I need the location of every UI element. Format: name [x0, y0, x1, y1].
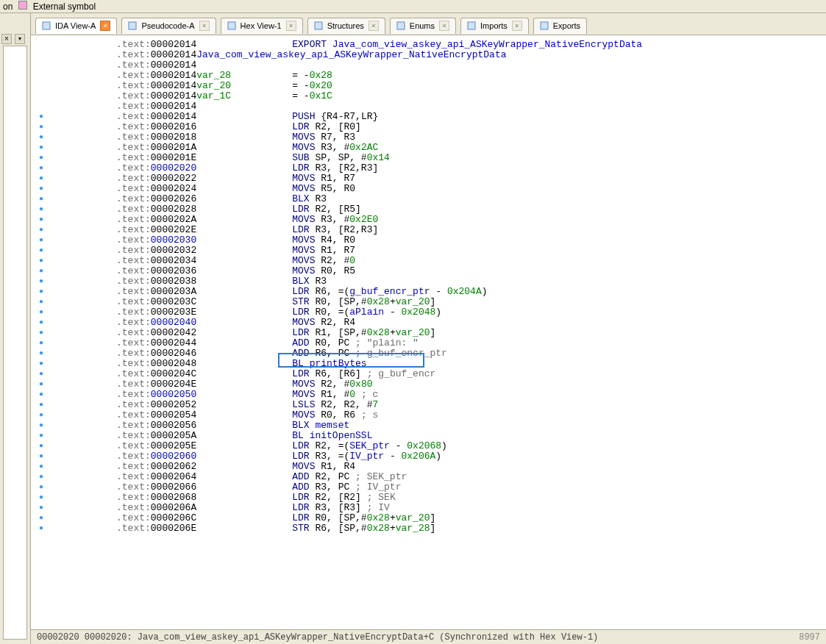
address[interactable]: 00002028 — [151, 204, 196, 215]
sidebar-panel[interactable] — [3, 46, 27, 640]
breakpoint-gutter[interactable]: ● — [35, 266, 47, 276]
tab-close-button[interactable]: × — [369, 21, 379, 31]
breakpoint-gutter[interactable]: ● — [35, 503, 47, 513]
address[interactable]: 00002048 — [151, 359, 196, 369]
address[interactable]: 00002020 — [151, 163, 196, 173]
address[interactable]: 00002056 — [151, 421, 196, 431]
address[interactable]: 00002038 — [151, 276, 196, 287]
address[interactable]: 0000201E — [151, 153, 196, 163]
address[interactable]: 00002046 — [151, 348, 196, 359]
tab-pseudocode-a[interactable]: Pseudocode-A× — [121, 18, 216, 34]
breakpoint-gutter[interactable]: ● — [35, 287, 47, 297]
breakpoint-gutter[interactable]: ● — [35, 493, 47, 503]
address[interactable]: 0000203C — [151, 297, 196, 307]
breakpoint-gutter[interactable]: ● — [35, 369, 47, 379]
address[interactable]: 0000206E — [151, 523, 196, 534]
breakpoint-gutter[interactable]: ● — [35, 184, 47, 194]
breakpoint-gutter[interactable]: ● — [35, 318, 47, 328]
address[interactable]: 00002030 — [151, 235, 196, 246]
address[interactable]: 00002014 — [151, 91, 196, 101]
breakpoint-gutter[interactable]: ● — [35, 256, 47, 266]
asm-line[interactable]: ●.text:00002026 BLX R3 — [35, 194, 826, 204]
asm-line[interactable]: ●.text:0000201E SUB SP, SP, #0x14 — [35, 153, 826, 163]
breakpoint-gutter[interactable]: ● — [35, 513, 47, 523]
asm-line[interactable]: ●.text:0000205A BL initOpenSSL — [35, 431, 826, 441]
breakpoint-gutter[interactable]: ● — [35, 421, 47, 431]
address[interactable]: 00002060 — [151, 451, 196, 462]
address[interactable]: 0000205A — [151, 431, 196, 441]
asm-line[interactable]: ●.text:0000206A LDR R3, [R3] ; IV — [35, 503, 826, 513]
asm-line[interactable]: ●.text:00002066 ADD R3, PC ; IV_ptr — [35, 482, 826, 493]
sidebar-dropdown-button[interactable]: ▾ — [15, 34, 25, 44]
breakpoint-gutter[interactable]: ● — [35, 441, 47, 451]
address[interactable]: 00002018 — [151, 132, 196, 143]
asm-line[interactable]: ●.text:0000202E LDR R3, [R2,R3] — [35, 225, 826, 235]
asm-line[interactable]: ●.text:00002024 MOVS R5, R0 — [35, 184, 826, 194]
asm-line[interactable]: ●.text:0000203C STR R0, [SP,#0x28+var_20… — [35, 297, 826, 307]
asm-line[interactable]: .text:00002014 var_28= -0x28 — [35, 71, 826, 81]
address[interactable]: 00002014 — [151, 81, 196, 91]
address[interactable]: 00002036 — [151, 266, 196, 276]
asm-line[interactable]: ●.text:00002030 MOVS R4, R0 — [35, 235, 826, 246]
asm-line[interactable]: ●.text:00002042 LDR R1, [SP,#0x28+var_20… — [35, 328, 826, 338]
asm-line[interactable]: ●.text:00002054 MOVS R0, R6 ; s — [35, 410, 826, 421]
asm-line[interactable]: ●.text:00002038 BLX R3 — [35, 276, 826, 287]
asm-line[interactable]: ●.text:0000203A LDR R6, =(g_buf_encr_ptr… — [35, 287, 826, 297]
breakpoint-gutter[interactable]: ● — [35, 246, 47, 256]
asm-line[interactable]: ●.text:0000201A MOVS R3, #0x2AC — [35, 143, 826, 153]
asm-line[interactable]: ●.text:0000204C LDR R6, [R6] ; g_buf_enc… — [35, 369, 826, 379]
asm-line[interactable]: ●.text:00002034 MOVS R2, #0 — [35, 256, 826, 266]
breakpoint-gutter[interactable]: ● — [35, 359, 47, 369]
address[interactable]: 0000203E — [151, 307, 196, 318]
tab-imports[interactable]: Imports× — [460, 18, 529, 34]
address[interactable]: 00002022 — [151, 173, 196, 184]
address[interactable]: 00002068 — [151, 493, 196, 503]
tab-ida-view-a[interactable]: IDA View-A× — [35, 18, 117, 34]
breakpoint-gutter[interactable]: ● — [35, 307, 47, 318]
breakpoint-gutter[interactable]: ● — [35, 390, 47, 400]
address[interactable]: 00002014 — [151, 60, 196, 71]
address[interactable]: 00002052 — [151, 400, 196, 410]
asm-line[interactable]: .text:00002014 Java_com_view_askey_api_A… — [35, 50, 826, 60]
breakpoint-gutter[interactable]: ● — [35, 410, 47, 421]
asm-line[interactable]: ●.text:0000206C LDR R0, [SP,#0x28+var_20… — [35, 513, 826, 523]
asm-line[interactable]: ●.text:0000206E STR R6, [SP,#0x28+var_28… — [35, 523, 826, 534]
address[interactable]: 00002064 — [151, 472, 196, 482]
asm-line[interactable]: ●.text:00002060 LDR R3, =(IV_ptr - 0x206… — [35, 451, 826, 462]
address[interactable]: 00002014 — [151, 101, 196, 112]
address[interactable]: 00002050 — [151, 390, 196, 400]
address[interactable]: 00002014 — [151, 40, 196, 50]
asm-line[interactable]: .text:00002014 — [35, 60, 826, 71]
address[interactable]: 0000204E — [151, 379, 196, 390]
breakpoint-gutter[interactable]: ● — [35, 462, 47, 472]
asm-line[interactable]: .text:00002014 EXPORT Java_com_view_aske… — [35, 40, 826, 50]
address[interactable]: 0000202A — [151, 215, 196, 225]
asm-line[interactable]: ●.text:0000203E LDR R0, =(aPlain - 0x204… — [35, 307, 826, 318]
tab-close-button[interactable]: × — [199, 21, 210, 31]
asm-line[interactable]: ●.text:0000202A MOVS R3, #0x2E0 — [35, 215, 826, 225]
breakpoint-gutter[interactable]: ● — [35, 163, 47, 173]
address[interactable]: 0000201A — [151, 143, 196, 153]
tab-structures[interactable]: Structures× — [307, 18, 385, 34]
breakpoint-gutter[interactable]: ● — [35, 431, 47, 441]
address[interactable]: 00002054 — [151, 410, 196, 421]
address[interactable]: 0000203A — [151, 287, 196, 297]
asm-line[interactable]: .text:00002014 var_20= -0x20 — [35, 81, 826, 91]
address[interactable]: 00002014 — [151, 112, 196, 122]
asm-line[interactable]: ●.text:00002046 ADD R6, PC ; g_buf_encr_… — [35, 348, 826, 359]
address[interactable]: 00002044 — [151, 338, 196, 348]
breakpoint-gutter[interactable]: ● — [35, 204, 47, 215]
breakpoint-gutter[interactable]: ● — [35, 472, 47, 482]
address[interactable]: 00002032 — [151, 246, 196, 256]
breakpoint-gutter[interactable]: ● — [35, 173, 47, 184]
tab-close-button[interactable]: × — [512, 21, 522, 31]
asm-line[interactable]: ●.text:00002022 MOVS R1, R7 — [35, 173, 826, 184]
asm-line[interactable]: ●.text:00002018 MOVS R7, R3 — [35, 132, 826, 143]
address[interactable]: 00002014 — [151, 50, 196, 60]
breakpoint-gutter[interactable]: ● — [35, 235, 47, 246]
address[interactable]: 00002024 — [151, 184, 196, 194]
address[interactable]: 00002016 — [151, 122, 196, 132]
asm-line[interactable]: ●.text:00002032 MOVS R1, R7 — [35, 246, 826, 256]
sidebar-close-button[interactable]: × — [1, 34, 12, 44]
address[interactable]: 00002026 — [151, 194, 196, 204]
